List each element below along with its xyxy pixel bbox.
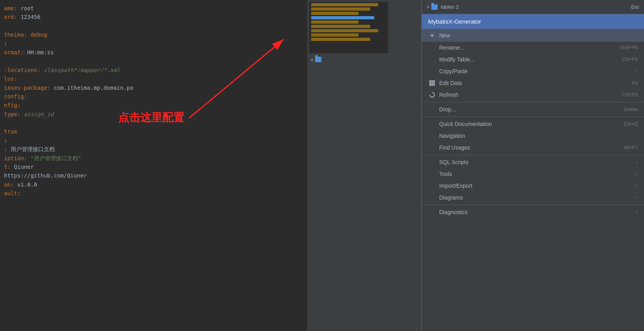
thumb-line (311, 12, 358, 15)
enc-label: Enc (631, 4, 639, 10)
menu-arrow-diagrams: › (636, 195, 638, 200)
menu-arrow-importexport: › (636, 183, 638, 189)
code-editor: ame: rootord: 123456 theima: debug:ormat… (0, 0, 307, 331)
menu-label-refresh: Refresh (439, 92, 622, 98)
menu-item-refresh[interactable]: RefreshCtrl+F5 (422, 89, 644, 101)
menu-label-tools: Tools (439, 171, 633, 177)
code-line: iases-package: com.itheima.mp.domain.po (4, 83, 307, 92)
chevron-icon: ∨ (310, 57, 314, 62)
tables-tree-item[interactable]: ∨ (307, 55, 421, 64)
menu-item-drop[interactable]: Drop...Delete (422, 104, 644, 115)
menu-icon-editdata (428, 80, 436, 86)
menu-label-navigation: Navigation (439, 133, 633, 139)
menu-item-rename[interactable]: Rename...Shift+F6 (422, 42, 644, 54)
thumb-line (311, 3, 378, 6)
menu-separator (422, 102, 644, 102)
menu-icon-refresh (428, 92, 436, 98)
mybatisx-item[interactable]: MybatisX-Generator (422, 14, 644, 29)
code-line: : (4, 136, 307, 145)
code-line: theima: debug (4, 30, 307, 39)
menu-label-diagnostics: Diagnostics (439, 209, 633, 215)
menu-item-diagrams[interactable]: Diagrams› (422, 192, 644, 203)
menu-label-quickdoc: Quick Documentation (439, 121, 624, 127)
code-line: on: v1.0.0 (4, 180, 307, 189)
menu-label-editdata: Edit Data (439, 80, 632, 86)
menu-item-diagnostics[interactable]: Diagnostics› (422, 206, 644, 218)
thumb-line (311, 38, 370, 41)
code-line: config: (4, 92, 307, 101)
menu-arrow-diagnostics: › (636, 209, 638, 215)
menu-label-modify: Modify Table... (439, 56, 622, 63)
menu-shortcut-findusages: Alt+F7 (624, 145, 638, 150)
menu-label-rename: Rename... (439, 44, 620, 51)
code-line: true (4, 127, 307, 136)
thumb-line (311, 25, 370, 28)
menu-separator (422, 155, 644, 155)
code-line: t: Qiuner (4, 163, 307, 171)
menu-label-new: New (439, 32, 633, 39)
menu-arrow-new: › (636, 33, 638, 38)
menu-separator (422, 205, 644, 205)
code-line: ord: 123456 (4, 13, 307, 21)
db-thumbnail (309, 2, 388, 53)
code-line (4, 57, 307, 65)
menu-shortcut-quickdoc: Ctrl+Q (624, 121, 638, 127)
code-line (4, 22, 307, 30)
menu-items-list: +New›Rename...Shift+F6Modify Table...Ctr… (422, 29, 644, 218)
menu-label-drop: Drop... (439, 106, 624, 113)
menu-label-importexport: Import/Export (439, 183, 633, 189)
menu-icon-new: + (428, 32, 436, 39)
db-panel: ∨ (307, 0, 421, 331)
code-line: nfig: (4, 101, 307, 109)
code-line: iption: "用户管理接口文档" (4, 154, 307, 163)
thumb-line (311, 20, 358, 24)
menu-arrow-sqlscripts: › (636, 159, 638, 165)
menu-item-modify[interactable]: Modify Table...Ctrl+F6 (422, 54, 644, 65)
code-line: ormat: HH:mm:ss (4, 48, 307, 57)
menu-item-editdata[interactable]: Edit DataF4 (422, 77, 644, 89)
context-menu: ∨ tables 2 Enc MybatisX-Generator +New›R… (421, 0, 644, 331)
menu-item-copypaste[interactable]: Copy/Paste› (422, 65, 644, 77)
thumb-line (311, 33, 358, 37)
menu-label-diagrams: Diagrams (439, 194, 633, 201)
menu-item-importexport[interactable]: Import/Export› (422, 180, 644, 192)
menu-item-navigation[interactable]: Navigation› (422, 130, 644, 142)
menu-shortcut-rename: Shift+F6 (620, 45, 638, 50)
code-line (4, 118, 307, 127)
code-line: lus: (4, 74, 307, 83)
thumb-line (311, 29, 378, 32)
menu-label-copypaste: Copy/Paste (439, 68, 633, 74)
code-line: -locations: classpath*:mapper/*.xml (4, 66, 307, 74)
menu-separator (422, 116, 644, 117)
menu-item-quickdoc[interactable]: Quick DocumentationCtrl+Q (422, 118, 644, 130)
menu-shortcut-refresh: Ctrl+F5 (622, 92, 638, 98)
menu-label-findusages: Find Usages (439, 144, 624, 151)
menu-shortcut-drop: Delete (624, 107, 638, 112)
menu-arrow-navigation: › (636, 133, 638, 139)
folder-icon (315, 57, 321, 62)
code-line: ault: (4, 189, 307, 198)
menu-item-new[interactable]: +New› (422, 29, 644, 42)
header-chevron: ∨ (427, 4, 430, 9)
header-folder-icon (431, 4, 438, 10)
thumb-line (311, 7, 370, 11)
menu-shortcut-modify: Ctrl+F6 (622, 57, 638, 62)
code-line: https://github.com/Qiuner (4, 171, 307, 180)
mybatisx-label: MybatisX-Generator (428, 18, 481, 25)
menu-label-sqlscripts: SQL Scripts (439, 159, 633, 165)
code-line: type: assign_id (4, 110, 307, 118)
thumb-line-blue (311, 16, 374, 19)
menu-arrow-copypaste: › (636, 68, 638, 74)
code-line: : 用户管理接口文档 (4, 145, 307, 153)
context-menu-header: ∨ tables 2 Enc (422, 0, 644, 14)
menu-shortcut-editdata: F4 (632, 80, 638, 86)
code-line: : (4, 39, 307, 48)
menu-arrow-tools: › (636, 171, 638, 177)
menu-item-findusages[interactable]: Find UsagesAlt+F7 (422, 142, 644, 153)
menu-item-tools[interactable]: Tools› (422, 168, 644, 180)
tables-header-label: tables 2 (441, 4, 459, 10)
code-line: ame: root (4, 4, 307, 13)
menu-item-sqlscripts[interactable]: SQL Scripts› (422, 156, 644, 168)
